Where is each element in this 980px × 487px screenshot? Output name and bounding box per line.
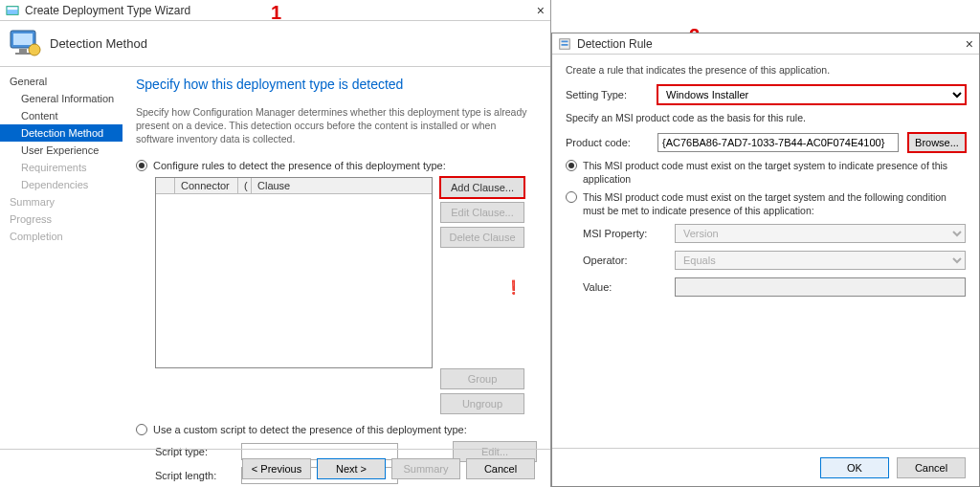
opt-msi-exist-cond-label: This MSI product code must exist on the … (583, 191, 966, 217)
svg-rect-1 (8, 7, 18, 10)
edit-clause-button: Edit Clause... (440, 202, 524, 223)
add-clause-button[interactable]: Add Clause... (440, 177, 524, 198)
col-clause: Clause (252, 178, 432, 193)
wizard-window: Create Deployment Type Wizard × Detectio… (0, 0, 551, 487)
svg-rect-5 (15, 53, 31, 55)
wizard-titlebar: Create Deployment Type Wizard × (0, 0, 550, 21)
radio-icon (136, 160, 147, 171)
svg-point-6 (29, 44, 40, 55)
opt-msi-exist-cond[interactable]: This MSI product code must exist on the … (566, 191, 966, 217)
product-code-label: Product code: (566, 137, 648, 148)
rule-titlebar: Detection Rule × (552, 33, 979, 55)
opt-rules-label: Configure rules to detect the presence o… (153, 160, 446, 171)
nav-user-experience[interactable]: User Experience (0, 142, 122, 159)
value-label: Value: (583, 281, 665, 293)
opt-script-label: Use a custom script to detect the presen… (153, 424, 467, 435)
wizard-title: Create Deployment Type Wizard (25, 4, 190, 17)
spec-msi-label: Specify an MSI product code as the basis… (566, 112, 966, 123)
warning-icon: ❗ (505, 279, 522, 295)
wizard-main: Specify how this deployment type is dete… (122, 67, 550, 446)
detection-rule-window: Detection Rule × Create a rule that indi… (551, 33, 980, 487)
clause-table[interactable]: Connector ( Clause (155, 177, 433, 368)
opt-msi-exist-label: This MSI product code must exist on the … (583, 160, 966, 186)
col-paren: ( (238, 178, 252, 193)
msi-property-select: Version (675, 224, 966, 243)
nav-completion: Completion (0, 228, 122, 245)
previous-button[interactable]: < Previous (242, 458, 311, 479)
operator-select: Equals (675, 251, 966, 270)
operator-label: Operator: (583, 255, 665, 266)
nav-general-information[interactable]: General Information (0, 90, 122, 107)
setting-type-label: Setting Type: (566, 89, 648, 100)
radio-icon (566, 160, 577, 171)
nav-content[interactable]: Content (0, 107, 122, 124)
product-code-input[interactable] (657, 133, 899, 152)
value-input (675, 277, 966, 297)
cancel-button[interactable]: Cancel (466, 458, 535, 479)
svg-rect-9 (562, 44, 568, 46)
nav-general[interactable]: General (0, 73, 122, 90)
wizard-header: Detection Method (0, 21, 550, 67)
nav-dependencies: Dependencies (0, 176, 122, 193)
wizard-nav: General General Information Content Dete… (0, 67, 122, 446)
msi-property-label: MSI Property: (583, 228, 665, 239)
rule-footer: OK Cancel (552, 448, 979, 486)
delete-clause-button: Delete Clause (440, 227, 524, 248)
opt-msi-exist[interactable]: This MSI product code must exist on the … (566, 160, 966, 186)
col-check (156, 178, 175, 193)
main-description: Specify how Configuration Manager determ… (136, 105, 528, 146)
svg-rect-8 (562, 40, 568, 42)
col-connector: Connector (175, 178, 238, 193)
setting-type-select[interactable]: Windows Installer (657, 85, 966, 104)
cancel-button[interactable]: Cancel (897, 457, 966, 478)
ok-button[interactable]: OK (820, 457, 889, 478)
nav-summary: Summary (0, 193, 122, 210)
close-icon[interactable]: × (537, 3, 545, 18)
clause-table-header: Connector ( Clause (156, 178, 432, 194)
opt-use-script[interactable]: Use a custom script to detect the presen… (136, 424, 537, 435)
rule-description: Create a rule that indicates the presenc… (566, 64, 966, 76)
radio-icon (136, 424, 147, 435)
wizard-header-title: Detection Method (50, 36, 147, 51)
nav-progress: Progress (0, 210, 122, 228)
browse-button[interactable]: Browse... (908, 133, 966, 152)
wizard-footer: < Previous Next > Summary Cancel (0, 449, 550, 487)
group-button: Group (440, 368, 524, 389)
next-button[interactable]: Next > (317, 458, 386, 479)
svg-rect-4 (19, 49, 27, 53)
opt-configure-rules[interactable]: Configure rules to detect the presence o… (136, 160, 537, 171)
svg-rect-3 (13, 33, 33, 45)
monitor-icon (8, 27, 42, 61)
ungroup-button: Ungroup (440, 393, 524, 414)
nav-detection-method[interactable]: Detection Method (0, 124, 122, 142)
radio-icon (566, 191, 577, 203)
main-heading: Specify how this deployment type is dete… (136, 77, 537, 92)
nav-requirements: Requirements (0, 159, 122, 176)
rule-icon (558, 37, 571, 51)
rule-title: Detection Rule (577, 37, 653, 51)
wizard-icon (6, 4, 19, 17)
close-icon[interactable]: × (966, 36, 973, 52)
summary-button: Summary (391, 458, 460, 479)
